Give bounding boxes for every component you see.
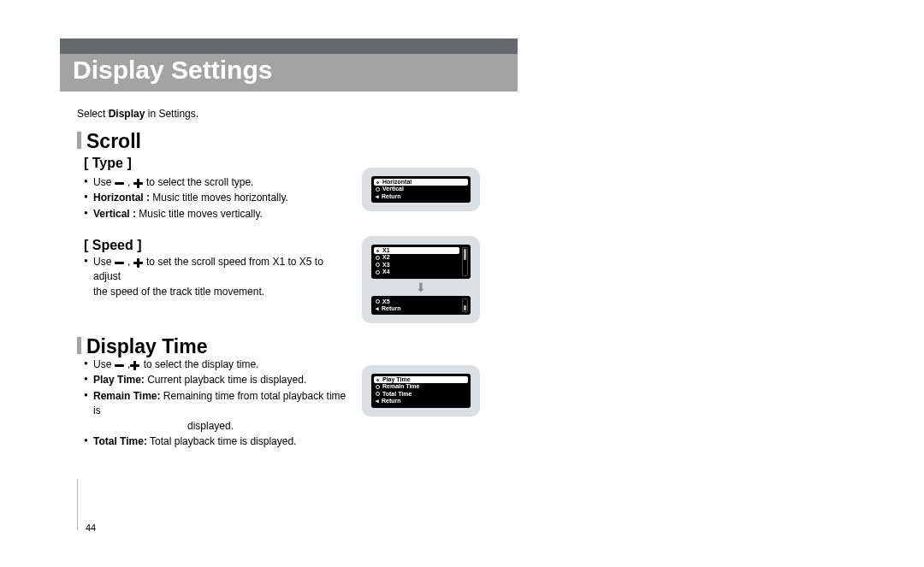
margin-divider <box>77 479 78 530</box>
option-return: ◂Return <box>374 398 468 405</box>
option-x3: X3 <box>374 262 459 269</box>
device-screen-speed-top: X1 X2 X3 X4 <box>371 245 471 279</box>
scrollbar-icon <box>462 298 468 313</box>
intro-suffix: in Settings. <box>145 108 198 120</box>
dt-remain-line: Remain Time: Remaining time from total p… <box>84 389 349 434</box>
type-vertical-line: Vertical : Music title moves vertically. <box>84 207 349 221</box>
option-x2: X2 <box>374 254 459 261</box>
option-totaltime: Total Time <box>374 391 468 398</box>
manual-page: Display Settings Select Display in Setti… <box>0 0 924 567</box>
device-screen: Play Time Remain Time Total Time ◂Return <box>371 374 471 408</box>
intro-text: Select Display in Settings. <box>77 108 198 120</box>
speed-use-line: Use , to set the scroll speed from X1 to… <box>84 255 349 299</box>
page-title: Display Settings <box>73 56 272 85</box>
option-x5: X5 <box>374 298 459 305</box>
plus-icon <box>133 179 144 187</box>
option-x1: X1 <box>374 247 459 254</box>
option-return: ◂Return <box>374 193 468 200</box>
type-use-line: Use , to select the scroll type. <box>84 175 349 190</box>
subheading-speed: [ Speed ] <box>84 238 142 253</box>
page-number: 44 <box>86 523 96 533</box>
plus-icon <box>130 361 140 369</box>
device-preview-speed: X1 X2 X3 X4 ⬇ X5 ◂Return <box>362 236 480 323</box>
section-scroll-heading: Scroll <box>77 130 141 153</box>
device-preview-displaytime: Play Time Remain Time Total Time ◂Return <box>362 365 480 416</box>
intro-prefix: Select <box>77 108 109 120</box>
dt-use-line: Use , to select the display time. <box>84 357 349 372</box>
option-remaintime: Remain Time <box>374 383 468 390</box>
minus-icon <box>115 179 125 187</box>
option-playtime: Play Time <box>374 376 468 383</box>
minus-icon <box>115 361 125 369</box>
speed-bullets: Use , to set the scroll speed from X1 to… <box>84 255 349 300</box>
option-vertical: Vertical <box>374 186 468 192</box>
subheading-type: [ Type ] <box>84 156 132 171</box>
type-bullets: Use , to select the scroll type. Horizon… <box>84 175 349 222</box>
section-displaytime-heading: Display Time <box>77 335 207 358</box>
option-horizontal: Horizontal <box>374 179 468 186</box>
intro-bold: Display <box>109 108 145 120</box>
option-return: ◂Return <box>374 305 459 312</box>
minus-icon <box>115 258 125 267</box>
type-horizontal-line: Horizontal : Music title moves horizonta… <box>84 191 349 205</box>
option-x4: X4 <box>374 269 459 275</box>
dt-playtime-line: Play Time: Current playback time is disp… <box>84 373 349 387</box>
device-preview-type: Horizontal Vertical ◂Return <box>362 168 480 211</box>
displaytime-bullets: Use , to select the display time. Play T… <box>84 357 349 450</box>
device-screen: Horizontal Vertical ◂Return <box>371 176 471 203</box>
dt-total-line: Total Time: Total playback time is displ… <box>84 434 349 449</box>
down-arrow-icon: ⬇ <box>371 281 471 293</box>
device-screen-speed-bottom: X5 ◂Return <box>371 296 471 316</box>
plus-icon <box>133 258 144 267</box>
scrollbar-icon <box>462 247 468 276</box>
